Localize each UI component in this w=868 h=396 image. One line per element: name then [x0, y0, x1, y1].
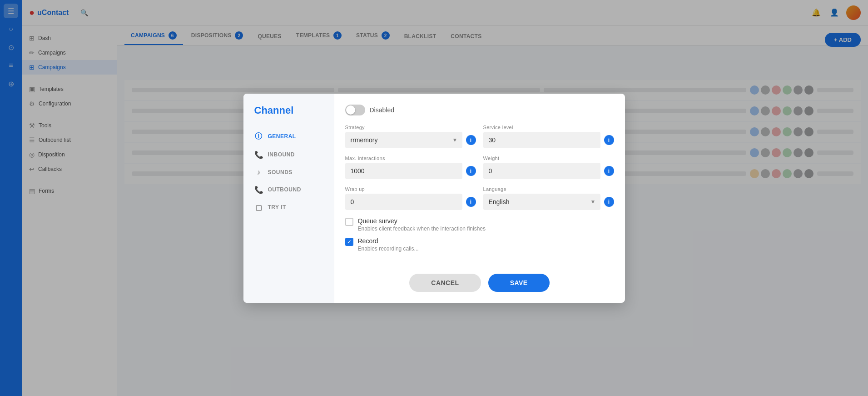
wrap-up-info-icon[interactable]: i: [466, 197, 476, 207]
service-level-label: Service level: [483, 125, 614, 130]
max-interactions-field: Max. interactions i: [345, 155, 476, 179]
language-select[interactable]: English Spanish French: [483, 194, 600, 210]
general-icon: ⓘ: [254, 132, 263, 141]
queue-survey-checkbox[interactable]: [345, 218, 353, 226]
wrap-up-input-row: i: [345, 194, 476, 210]
wrap-up-label: Wrap up: [345, 186, 476, 192]
form-grid-row1: Strategy rrmemory ringall leastrecent ▼ …: [345, 125, 614, 148]
max-interactions-input-row: i: [345, 163, 476, 179]
queue-survey-description: Enables client feedback when the interac…: [358, 226, 486, 232]
modal-nav-outbound[interactable]: 📞 OUTBOUND: [254, 181, 334, 199]
weight-label: Weight: [483, 155, 614, 161]
modal-title: Channel: [254, 105, 334, 116]
record-description: Enables recording calls...: [358, 246, 419, 252]
queue-survey-content: Queue survey Enables client feedback whe…: [358, 217, 486, 232]
sounds-icon: ♪: [254, 168, 263, 176]
record-row: ✓ Record Enables recording calls...: [345, 237, 614, 252]
inbound-icon: 📞: [254, 150, 263, 159]
queue-survey-row: Queue survey Enables client feedback whe…: [345, 217, 614, 232]
toggle-row: Disabled: [345, 105, 614, 115]
channel-modal: Channel ⓘ GENERAL 📞 INBOUND ♪ SOUNDS 📞 O…: [243, 94, 625, 303]
service-level-input[interactable]: [483, 132, 600, 148]
weight-input[interactable]: [483, 163, 600, 179]
modal-nav-sounds-label: SOUNDS: [268, 169, 293, 175]
cancel-button[interactable]: CANCEL: [409, 274, 481, 292]
save-button[interactable]: SAVE: [488, 274, 550, 292]
toggle-label: Disabled: [370, 106, 394, 114]
tryit-icon: ▢: [254, 203, 263, 212]
modal-nav-sounds[interactable]: ♪ SOUNDS: [254, 164, 334, 181]
modal-nav-tryit[interactable]: ▢ TRY IT: [254, 199, 334, 216]
modal-nav-general[interactable]: ⓘ GENERAL: [254, 127, 334, 146]
modal-nav-inbound-label: INBOUND: [268, 151, 295, 158]
modal-nav-inbound[interactable]: 📞 INBOUND: [254, 146, 334, 164]
language-input-row: English Spanish French ▼ i: [483, 194, 614, 210]
strategy-info-icon[interactable]: i: [466, 135, 476, 145]
modal-sidebar: Channel ⓘ GENERAL 📞 INBOUND ♪ SOUNDS 📞 O…: [243, 94, 334, 303]
modal-footer: CANCEL SAVE: [345, 266, 614, 303]
outbound-nav-icon: 📞: [254, 185, 263, 194]
strategy-input-row: rrmemory ringall leastrecent ▼ i: [345, 132, 476, 148]
enabled-toggle[interactable]: [345, 105, 365, 115]
language-select-wrapper: English Spanish French ▼: [483, 194, 600, 210]
language-info-icon[interactable]: i: [604, 197, 614, 207]
max-interactions-input[interactable]: [345, 163, 462, 179]
service-level-field: Service level i: [483, 125, 614, 148]
record-label: Record: [358, 237, 419, 245]
strategy-select[interactable]: rrmemory ringall leastrecent: [345, 132, 462, 148]
form-grid-row2: Max. interactions i Weight i: [345, 155, 614, 179]
modal-nav-outbound-label: OUTBOUND: [268, 186, 301, 193]
strategy-select-wrapper: rrmemory ringall leastrecent ▼: [345, 132, 462, 148]
form-grid-row3: Wrap up i Language English Spanish Fr: [345, 186, 614, 210]
record-content: Record Enables recording calls...: [358, 237, 419, 252]
weight-info-icon[interactable]: i: [604, 166, 614, 176]
wrap-up-input[interactable]: [345, 194, 462, 210]
wrap-up-field: Wrap up i: [345, 186, 476, 210]
modal-nav-tryit-label: TRY IT: [268, 204, 286, 211]
queue-survey-label: Queue survey: [358, 217, 486, 225]
modal-main-content: Disabled Strategy rrmemory ringall least…: [334, 94, 625, 303]
strategy-field: Strategy rrmemory ringall leastrecent ▼ …: [345, 125, 476, 148]
max-interactions-info-icon[interactable]: i: [466, 166, 476, 176]
weight-field: Weight i: [483, 155, 614, 179]
language-label: Language: [483, 186, 614, 192]
modal-overlay[interactable]: Channel ⓘ GENERAL 📞 INBOUND ♪ SOUNDS 📞 O…: [0, 0, 868, 396]
weight-input-row: i: [483, 163, 614, 179]
service-level-input-row: i: [483, 132, 614, 148]
record-checkbox[interactable]: ✓: [345, 238, 353, 246]
max-interactions-label: Max. interactions: [345, 155, 476, 161]
modal-nav-general-label: GENERAL: [268, 133, 296, 140]
strategy-label: Strategy: [345, 125, 476, 130]
service-level-info-icon[interactable]: i: [604, 135, 614, 145]
language-field: Language English Spanish French ▼ i: [483, 186, 614, 210]
